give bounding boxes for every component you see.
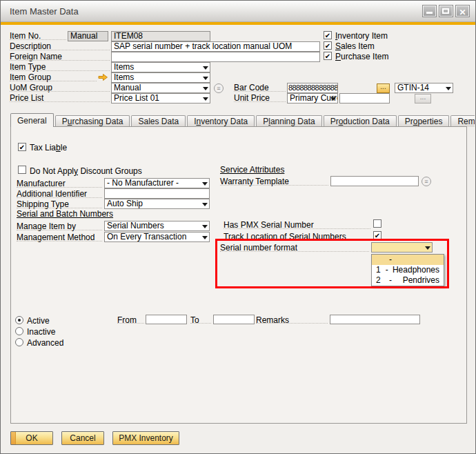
inactive-radio-label: Inactive	[27, 328, 55, 337]
close-icon: ✕	[459, 8, 466, 17]
bar-code-type-dropdown[interactable]: GTIN-14	[395, 83, 453, 93]
window-title: Item Master Data	[10, 6, 79, 17]
inventory-item-label: Inventory Item	[335, 32, 388, 41]
chevron-down-icon	[203, 66, 208, 70]
management-method-dropdown[interactable]: On Every Transaction	[104, 232, 210, 242]
advanced-radio[interactable]	[15, 338, 23, 346]
chevron-down-icon	[202, 182, 208, 186]
chevron-down-icon	[446, 87, 451, 90]
dotted-guide	[220, 251, 369, 252]
chevron-down-icon	[202, 236, 208, 239]
uom-group-dropdown[interactable]: Manual	[111, 83, 210, 93]
tab-properties[interactable]: Properties	[398, 115, 450, 127]
link-arrow-icon[interactable]	[98, 73, 108, 81]
tab-remarks[interactable]: Remarks	[450, 115, 475, 127]
unit-price-currency-dropdown[interactable]: Primary Curre	[287, 93, 338, 103]
advanced-radio-label: Advanced	[27, 339, 63, 348]
dotted-guide	[10, 70, 110, 71]
additional-identifier-field[interactable]	[104, 188, 210, 199]
purchase-item-label: Purchase Item	[335, 52, 388, 61]
tab-planning-data[interactable]: Planning Data	[256, 115, 321, 127]
warranty-template-field[interactable]	[330, 176, 419, 186]
inactive-radio[interactable]	[15, 327, 23, 335]
shipping-type-dropdown[interactable]: Auto Ship	[104, 199, 210, 209]
chevron-down-icon	[203, 97, 208, 101]
chevron-down-icon	[330, 97, 336, 101]
maximize-icon	[442, 8, 449, 14]
serial-format-option-blank[interactable]: -	[372, 255, 444, 265]
item-no-field[interactable]: ITEM08	[111, 31, 210, 41]
bar-code-more-button[interactable]: ...	[377, 83, 390, 93]
dotted-guide	[224, 228, 370, 229]
item-master-data-window: Item Master Data ✕ Item No. Manual ITEM0…	[0, 0, 476, 454]
chevron-down-icon	[203, 77, 208, 80]
remarks-label: Remarks	[256, 316, 289, 325]
service-attributes-section-header: Service Attributes	[220, 166, 284, 175]
dotted-guide	[10, 91, 110, 92]
choose-from-list-icon[interactable]: ≡	[214, 83, 224, 93]
dotted-guide	[10, 81, 97, 81]
maximize-button[interactable]	[439, 5, 453, 17]
manufacturer-dropdown[interactable]: - No Manufacturer -	[104, 178, 210, 188]
dotted-guide	[10, 60, 110, 61]
pmx-inventory-button[interactable]: PMX Inventory	[112, 431, 179, 445]
accent-line	[1, 22, 475, 25]
tab-purchasing-data[interactable]: Purchasing Data	[55, 115, 130, 127]
chevron-down-icon	[202, 203, 208, 206]
tab-bar: General Purchasing Data Sales Data Inven…	[10, 113, 475, 127]
choose-from-list-icon[interactable]: ≡	[422, 177, 431, 186]
dotted-guide	[10, 50, 110, 50]
manage-item-by-dropdown[interactable]: Serial Numbers	[104, 221, 210, 231]
dotted-guide	[17, 197, 102, 198]
dotted-guide	[234, 91, 286, 92]
tab-general[interactable]: General	[10, 113, 54, 127]
item-no-mode-field[interactable]: Manual	[68, 31, 108, 41]
unit-price-field[interactable]	[339, 93, 390, 103]
from-label: From	[117, 316, 137, 325]
unit-price-more-button[interactable]: ...	[415, 94, 431, 103]
serial-format-dropdown-list: - 1 - Headphones 2 - Pendrives	[371, 254, 444, 286]
track-location-checkbox[interactable]: ✔	[373, 231, 381, 239]
serial-format-dropdown[interactable]	[371, 242, 433, 253]
inventory-item-checkbox[interactable]: ✔	[324, 31, 332, 39]
discount-groups-label: Do Not Apply Discount Groups	[30, 167, 142, 176]
close-button[interactable]: ✕	[455, 5, 470, 17]
ok-button[interactable]: OK	[10, 431, 53, 445]
tax-liable-checkbox[interactable]: ✔	[18, 143, 26, 151]
title-bar[interactable]: Item Master Data ✕	[1, 1, 475, 22]
minimize-button[interactable]	[422, 5, 437, 17]
dotted-guide	[17, 241, 102, 241]
tab-production-data[interactable]: Production Data	[324, 115, 397, 127]
tab-sales-data[interactable]: Sales Data	[131, 115, 186, 127]
remarks-field[interactable]	[330, 315, 420, 324]
serial-format-option-pendrives[interactable]: 2 - Pendrives	[372, 275, 444, 286]
serial-batch-section-header: Serial and Batch Numbers	[17, 210, 113, 219]
chevron-down-icon	[425, 246, 430, 250]
serial-format-option-headphones[interactable]: 1 - Headphones	[372, 265, 444, 275]
dotted-guide	[190, 323, 211, 324]
dotted-guide	[220, 185, 328, 186]
tab-inventory-data[interactable]: Inventory Data	[187, 115, 255, 127]
cancel-button[interactable]: Cancel	[61, 431, 104, 445]
has-pmx-serial-checkbox[interactable]	[373, 219, 381, 228]
sales-item-checkbox[interactable]: ✔	[324, 41, 332, 50]
dotted-guide	[17, 208, 102, 208]
chevron-down-icon	[202, 225, 208, 228]
dotted-guide	[234, 101, 286, 102]
price-list-dropdown[interactable]: Price List 01	[111, 93, 210, 103]
dotted-guide	[224, 240, 370, 241]
description-field[interactable]: SAP serial number + track location manua…	[111, 41, 320, 52]
from-field[interactable]	[146, 315, 187, 324]
dotted-guide	[256, 323, 328, 324]
item-type-dropdown[interactable]: Items	[111, 62, 210, 72]
foreign-name-field[interactable]	[111, 52, 320, 62]
to-field[interactable]	[213, 315, 255, 324]
discount-groups-checkbox[interactable]	[18, 166, 26, 174]
active-radio-label: Active	[27, 317, 50, 326]
dotted-guide	[10, 101, 110, 102]
item-group-dropdown[interactable]: Items	[111, 72, 210, 83]
tax-liable-label: Tax Liable	[30, 144, 67, 152]
purchase-item-checkbox[interactable]: ✔	[324, 52, 332, 60]
active-radio[interactable]	[15, 316, 23, 324]
bar-code-field[interactable]: 88888888888884	[287, 83, 338, 93]
